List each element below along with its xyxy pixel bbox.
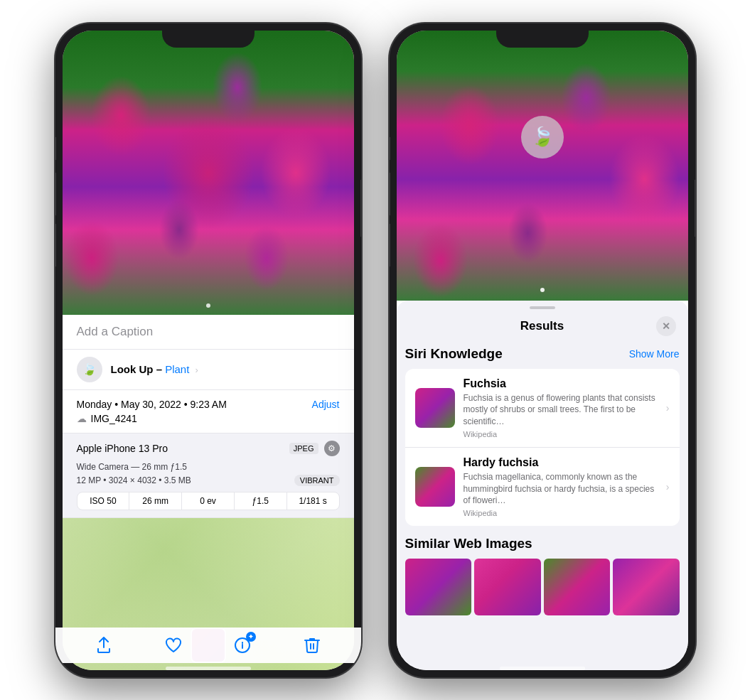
hardy-description: Fuchsia magellanica, commonly known as t… (464, 471, 658, 507)
date-text: Monday • May 30, 2022 • 9:23 AM (77, 399, 227, 410)
show-more-button[interactable]: Show More (629, 348, 680, 360)
fuchsia-chevron: › (666, 402, 670, 414)
notch-right (496, 23, 589, 48)
lookup-bold: Look Up – (111, 363, 163, 375)
lookup-icon: 🍃 (77, 357, 102, 382)
similar-section: Similar Web Images (405, 536, 680, 615)
results-title: Results (520, 319, 564, 333)
similar-image-4[interactable] (613, 559, 680, 615)
jpeg-badge: JPEG (289, 443, 318, 454)
settings-icon: ⚙ (324, 441, 340, 456)
fuchsia-name: Fuchsia (464, 377, 658, 390)
photo-dot-indicator (206, 303, 210, 308)
volume-up-button (55, 173, 56, 215)
vibrant-badge: VIBRANT (294, 475, 340, 486)
adjust-button[interactable]: Adjust (312, 399, 340, 410)
share-button[interactable] (93, 635, 114, 656)
home-indicator (166, 667, 251, 670)
knowledge-card: Fuchsia Fuchsia is a genus of flowering … (405, 369, 680, 527)
similar-images-row (405, 559, 680, 615)
exif-focal: 26 mm (129, 492, 182, 510)
siri-knowledge-header: Siri Knowledge Show More (405, 346, 680, 362)
hardy-chevron: › (666, 481, 670, 492)
right-photo-display: 🍃 (397, 31, 688, 301)
siri-knowledge-title: Siri Knowledge (405, 346, 503, 362)
mp-info: 12 MP • 3024 × 4032 • 3.5 MB (77, 475, 191, 485)
flower-photo (63, 31, 354, 315)
mute-button-right (390, 137, 390, 160)
device-section: Apple iPhone 13 Pro JPEG ⚙ Wide Camera —… (63, 434, 354, 518)
lookup-item: Plant (165, 363, 189, 375)
delete-button[interactable] (301, 635, 323, 656)
bottom-toolbar: ✦ (63, 628, 354, 663)
volume-down-button (55, 224, 56, 266)
power-button (360, 180, 361, 237)
knowledge-item-fuchsia[interactable]: Fuchsia Fuchsia is a genus of flowering … (405, 369, 680, 448)
hardy-name: Hardy fuchsia (464, 456, 658, 469)
close-button[interactable]: ✕ (656, 316, 676, 336)
results-panel: Results ✕ Siri Knowledge Show More Fuchs… (397, 301, 688, 670)
left-phone: Add a Caption 🍃 Look Up – Plant › Monday… (55, 23, 361, 677)
leaf-lookup-icon: 🍃 (531, 126, 554, 148)
exif-shutter: 1/181 s (287, 492, 339, 510)
similar-images-title: Similar Web Images (405, 536, 680, 551)
power-button-right (695, 180, 695, 237)
hardy-text: Hardy fuchsia Fuchsia magellanica, commo… (464, 456, 658, 517)
right-flower-photo (397, 31, 688, 301)
lookup-label: Look Up – Plant › (111, 363, 198, 375)
similar-image-1[interactable] (405, 559, 472, 615)
caption-area[interactable]: Add a Caption (63, 315, 354, 350)
knowledge-item-hardy[interactable]: Hardy fuchsia Fuchsia magellanica, commo… (405, 448, 680, 526)
hardy-source: Wikipedia (464, 509, 658, 517)
notch (162, 23, 255, 48)
home-indicator-right (500, 667, 585, 670)
exif-ev: 0 ev (182, 492, 235, 510)
lookup-chevron: › (195, 365, 198, 375)
volume-down-button-right (390, 224, 390, 266)
filename: IMG_4241 (91, 413, 137, 424)
right-photo-dot (540, 288, 545, 292)
fuchsia-text: Fuchsia Fuchsia is a genus of flowering … (464, 377, 658, 438)
info-badge: ✦ (246, 632, 256, 642)
similar-image-3[interactable] (544, 559, 611, 615)
exif-row: ISO 50 26 mm 0 ev ƒ1.5 1/181 s (77, 492, 340, 510)
mute-button (55, 137, 56, 160)
favorite-button[interactable] (163, 635, 184, 656)
exif-aperture: ƒ1.5 (235, 492, 287, 510)
results-content: Siri Knowledge Show More Fuchsia Fuchsia… (397, 343, 688, 670)
cloud-icon: ☁ (77, 413, 87, 424)
leaf-small-icon: 🍃 (82, 362, 97, 376)
camera-info: Wide Camera — 26 mm ƒ1.5 (77, 462, 340, 472)
similar-image-2[interactable] (474, 559, 541, 615)
volume-up-button-right (390, 173, 390, 215)
info-button[interactable]: ✦ (232, 635, 253, 656)
photo-info-section: Monday • May 30, 2022 • 9:23 AM Adjust ☁… (63, 390, 354, 434)
visual-lookup-button[interactable]: 🍃 (521, 116, 564, 158)
left-screen: Add a Caption 🍃 Look Up – Plant › Monday… (63, 31, 354, 670)
caption-placeholder[interactable]: Add a Caption (77, 325, 154, 338)
device-name: Apple iPhone 13 Pro (77, 443, 168, 454)
photo-display (63, 31, 354, 315)
exif-iso: ISO 50 (77, 492, 130, 510)
hardy-thumbnail (415, 467, 455, 507)
lookup-row[interactable]: 🍃 Look Up – Plant › (63, 350, 354, 390)
right-screen: 🍃 Results ✕ Siri Knowledge Show More (397, 31, 688, 670)
results-header: Results ✕ (397, 312, 688, 343)
fuchsia-thumbnail (415, 388, 455, 428)
right-phone: 🍃 Results ✕ Siri Knowledge Show More (390, 23, 695, 677)
fuchsia-source: Wikipedia (464, 430, 658, 438)
drag-handle[interactable] (530, 306, 555, 309)
fuchsia-description: Fuchsia is a genus of flowering plants t… (464, 392, 658, 428)
